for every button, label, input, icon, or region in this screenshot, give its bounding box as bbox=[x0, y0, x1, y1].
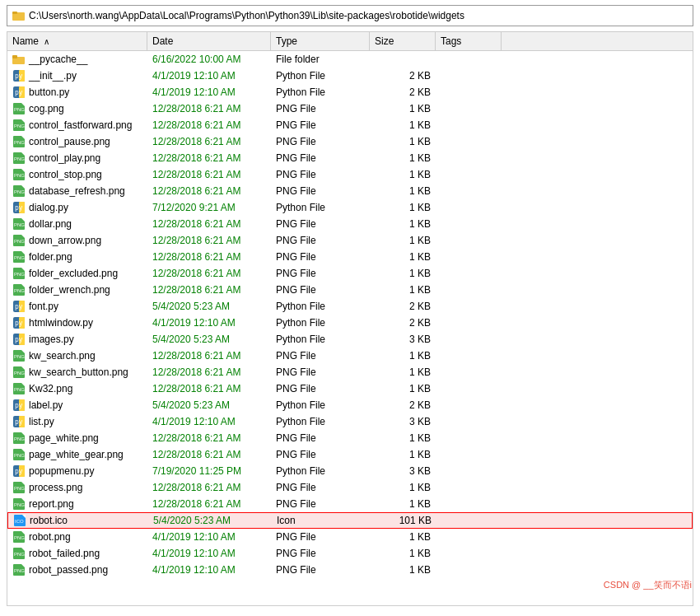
table-row[interactable]: PNG kw_search_button.png 12/28/2018 6:21… bbox=[7, 364, 693, 380]
cell-name: PNG page_white_gear.png bbox=[7, 447, 147, 462]
file-name: process.png bbox=[29, 482, 82, 493]
cell-type: PNG File bbox=[271, 168, 370, 181]
table-row[interactable]: PNG report.png 12/28/2018 6:21 AM PNG Fi… bbox=[7, 496, 693, 512]
cell-size: 2 KB bbox=[370, 69, 436, 82]
svg-text:ICO: ICO bbox=[15, 519, 24, 524]
cell-size: 1 KB bbox=[370, 349, 436, 362]
table-row[interactable]: PNG cog.png 12/28/2018 6:21 AM PNG File … bbox=[7, 100, 693, 117]
table-row[interactable]: PNG robot_failed.png 4/1/2019 12:10 AM P… bbox=[7, 545, 693, 562]
table-row[interactable]: py list.py 4/1/2019 12:10 AM Python File… bbox=[7, 413, 693, 430]
cell-tags bbox=[436, 190, 502, 192]
table-row[interactable]: PNG control_play.png 12/28/2018 6:21 AM … bbox=[7, 150, 693, 166]
cell-date: 5/4/2020 5:23 AM bbox=[148, 514, 272, 527]
file-name: control_fastforward.png bbox=[29, 119, 132, 131]
col-header-date[interactable]: Date bbox=[147, 32, 271, 50]
file-name: dialog.py bbox=[29, 202, 68, 213]
cell-date: 12/28/2018 6:21 AM bbox=[147, 250, 271, 264]
table-row[interactable]: PNG robot.png 4/1/2019 12:10 AM PNG File… bbox=[7, 529, 693, 545]
col-header-size[interactable]: Size bbox=[370, 32, 436, 50]
cell-type: Python File bbox=[271, 333, 370, 346]
table-row[interactable]: PNG folder_wrench.png 12/28/2018 6:21 AM… bbox=[7, 282, 693, 298]
cell-size: 1 KB bbox=[370, 497, 436, 511]
cell-size: 1 KB bbox=[370, 382, 436, 395]
png-icon: PNG bbox=[12, 184, 26, 198]
cell-tags bbox=[436, 454, 502, 455]
cell-name: __pycache__ bbox=[7, 52, 147, 67]
table-row[interactable]: PNG robot_passed.png 4/1/2019 12:10 AM P… bbox=[7, 562, 693, 578]
cell-size: 1 KB bbox=[370, 267, 436, 280]
cell-name: py popupmenu.py bbox=[7, 464, 147, 478]
cell-type: PNG File bbox=[271, 152, 370, 165]
svg-text:PNG: PNG bbox=[14, 124, 25, 128]
table-row[interactable]: PNG kw_search.png 12/28/2018 6:21 AM PNG… bbox=[7, 348, 693, 364]
png-icon: PNG bbox=[12, 382, 26, 395]
png-icon: PNG bbox=[12, 152, 26, 165]
table-row[interactable]: PNG page_white.png 12/28/2018 6:21 AM PN… bbox=[7, 430, 693, 446]
png-icon: PNG bbox=[12, 102, 26, 115]
cell-size: 1 KB bbox=[370, 250, 436, 264]
svg-text:PNG: PNG bbox=[14, 173, 25, 178]
table-row[interactable]: PNG page_white_gear.png 12/28/2018 6:21 … bbox=[7, 446, 693, 463]
svg-text:py: py bbox=[15, 320, 23, 327]
file-name: folder_wrench.png bbox=[29, 284, 110, 296]
table-row[interactable]: PNG control_pause.png 12/28/2018 6:21 AM… bbox=[7, 133, 693, 150]
table-row[interactable]: PNG dollar.png 12/28/2018 6:21 AM PNG Fi… bbox=[7, 216, 693, 232]
cell-name: py label.py bbox=[7, 398, 147, 413]
svg-text:PNG: PNG bbox=[14, 568, 25, 573]
svg-text:py: py bbox=[15, 336, 23, 343]
table-row[interactable]: py dialog.py 7/12/2020 9:21 AM Python Fi… bbox=[7, 199, 693, 216]
svg-text:PNG: PNG bbox=[14, 552, 25, 557]
cell-name: py htmlwindow.py bbox=[7, 315, 147, 330]
cell-date: 4/1/2019 12:10 AM bbox=[147, 530, 271, 544]
table-row[interactable]: py images.py 5/4/2020 5:23 AM Python Fil… bbox=[7, 331, 693, 348]
table-row[interactable]: PNG database_refresh.png 12/28/2018 6:21… bbox=[7, 183, 693, 199]
cell-name: PNG control_pause.png bbox=[7, 134, 147, 149]
file-name: popupmenu.py bbox=[29, 465, 94, 477]
cell-date: 4/1/2019 12:10 AM bbox=[147, 86, 271, 99]
address-bar[interactable]: C:\Users\north.wang\AppData\Local\Progra… bbox=[7, 5, 693, 26]
png-icon: PNG bbox=[12, 547, 26, 560]
table-row[interactable]: ICO robot.ico 5/4/2020 5:23 AM Icon 101 … bbox=[7, 512, 693, 529]
cell-date: 12/28/2018 6:21 AM bbox=[147, 497, 271, 511]
svg-text:PNG: PNG bbox=[14, 387, 25, 392]
cell-type: PNG File bbox=[271, 382, 370, 395]
file-name: images.py bbox=[29, 334, 74, 345]
cell-tags bbox=[436, 371, 502, 373]
cell-tags bbox=[436, 503, 502, 505]
cell-tags bbox=[436, 91, 502, 93]
table-row[interactable]: py __init__.py 4/1/2019 12:10 AM Python … bbox=[7, 68, 693, 84]
table-row[interactable]: PNG process.png 12/28/2018 6:21 AM PNG F… bbox=[7, 479, 693, 496]
table-row[interactable]: PNG down_arrow.png 12/28/2018 6:21 AM PN… bbox=[7, 232, 693, 249]
file-name: robot.ico bbox=[30, 515, 68, 526]
table-row[interactable]: PNG folder.png 12/28/2018 6:21 AM PNG Fi… bbox=[7, 249, 693, 265]
cell-size: 101 KB bbox=[371, 514, 436, 527]
cell-size: 1 KB bbox=[370, 102, 436, 115]
table-row[interactable]: py button.py 4/1/2019 12:10 AM Python Fi… bbox=[7, 84, 693, 100]
table-row[interactable]: PNG Kw32.png 12/28/2018 6:21 AM PNG File… bbox=[7, 380, 693, 397]
cell-type: PNG File bbox=[271, 530, 370, 544]
cell-name: PNG robot.png bbox=[7, 530, 147, 544]
table-row[interactable]: __pycache__ 6/16/2022 10:00 AM File fold… bbox=[7, 51, 693, 68]
table-row[interactable]: PNG control_stop.png 12/28/2018 6:21 AM … bbox=[7, 166, 693, 183]
png-icon: PNG bbox=[12, 530, 26, 544]
cell-tags bbox=[436, 124, 502, 126]
cell-name: PNG page_white.png bbox=[7, 431, 147, 446]
cell-type: PNG File bbox=[271, 119, 370, 132]
cell-size: 1 KB bbox=[370, 563, 436, 576]
cell-type: PNG File bbox=[271, 283, 370, 296]
table-row[interactable]: PNG folder_excluded.png 12/28/2018 6:21 … bbox=[7, 265, 693, 282]
table-row[interactable]: py label.py 5/4/2020 5:23 AM Python File… bbox=[7, 397, 693, 413]
cell-type: PNG File bbox=[271, 267, 370, 280]
col-header-type[interactable]: Type bbox=[271, 32, 370, 50]
table-row[interactable]: py htmlwindow.py 4/1/2019 12:10 AM Pytho… bbox=[7, 315, 693, 331]
col-header-tags[interactable]: Tags bbox=[436, 32, 502, 50]
col-header-name[interactable]: Name ∧ bbox=[7, 32, 147, 50]
cell-date: 12/28/2018 6:21 AM bbox=[147, 349, 271, 362]
python-icon: py bbox=[12, 316, 26, 329]
table-row[interactable]: py popupmenu.py 7/19/2020 11:25 PM Pytho… bbox=[7, 463, 693, 479]
png-icon: PNG bbox=[12, 366, 26, 379]
table-row[interactable]: PNG control_fastforward.png 12/28/2018 6… bbox=[7, 117, 693, 133]
table-row[interactable]: py font.py 5/4/2020 5:23 AM Python File … bbox=[7, 298, 693, 315]
cell-type: PNG File bbox=[271, 349, 370, 362]
cell-date: 4/1/2019 12:10 AM bbox=[147, 316, 271, 329]
